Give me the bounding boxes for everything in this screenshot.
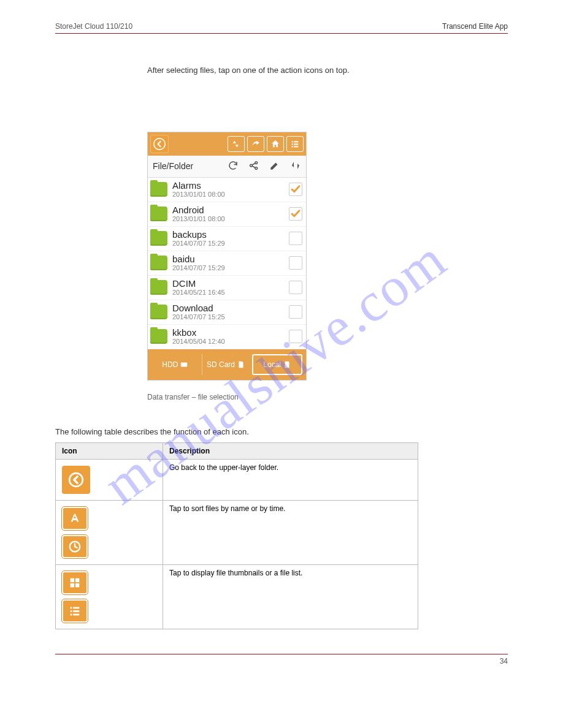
svg-rect-14	[71, 578, 74, 582]
svg-rect-4	[294, 143, 298, 145]
back-icon[interactable]	[150, 135, 169, 153]
svg-rect-16	[71, 583, 74, 587]
checkbox[interactable]	[289, 281, 302, 294]
svg-point-0	[154, 138, 165, 149]
list-view-table-icon	[62, 599, 88, 623]
svg-rect-6	[294, 146, 298, 147]
grid-view-icon	[62, 571, 88, 594]
svg-rect-10	[181, 362, 188, 366]
file-date: 2014/07/07 15:25	[172, 313, 289, 320]
svg-rect-1	[292, 141, 293, 142]
svg-rect-20	[71, 610, 72, 612]
file-name: DCIM	[172, 279, 289, 289]
file-name: baidu	[172, 254, 289, 265]
header-rule	[55, 33, 508, 34]
tab-local-label: Local	[263, 360, 281, 369]
folder-icon	[150, 207, 167, 221]
file-name: Alarms	[172, 181, 289, 191]
th-desc: Description	[163, 443, 418, 460]
svg-rect-17	[75, 583, 79, 587]
file-date: 2014/07/07 15:29	[172, 264, 289, 271]
phone-bottom-tabs: HDD SD Card Local	[148, 349, 306, 380]
folder-icon	[150, 280, 167, 295]
file-row[interactable]: kkbox2014/05/04 12:40	[148, 325, 306, 349]
checkbox[interactable]	[289, 330, 302, 343]
refresh-icon[interactable]	[223, 160, 243, 173]
row2-desc: Tap to sort files by name or by time.	[163, 501, 418, 565]
folder-icon	[150, 231, 167, 246]
file-row[interactable]: DCIM2014/05/21 16:45	[148, 276, 306, 300]
file-date: 2014/05/04 12:40	[172, 338, 289, 345]
tab-hdd[interactable]: HDD	[151, 354, 199, 375]
row3-desc: Tap to display file thumbnails or a file…	[163, 565, 418, 629]
folder-icon	[150, 329, 167, 344]
svg-rect-22	[71, 614, 72, 616]
svg-rect-19	[73, 607, 79, 609]
home-icon[interactable]	[267, 136, 284, 152]
checkbox[interactable]	[289, 232, 302, 245]
screenshot-caption: Data transfer – file selection	[147, 393, 508, 401]
file-name: backups	[172, 230, 289, 240]
file-date: 2014/05/21 16:45	[172, 289, 289, 296]
file-row[interactable]: Alarms2013/01/01 08:00	[148, 178, 306, 202]
file-date: 2013/01/01 08:00	[172, 215, 289, 222]
file-date: 2013/01/01 08:00	[172, 191, 289, 198]
subbar-label: File/Folder	[148, 161, 223, 171]
svg-rect-21	[73, 610, 79, 612]
sort-icon[interactable]	[228, 136, 245, 152]
section-name: Transcend Elite App	[442, 22, 508, 31]
phone-screenshot: File/Folder Alarms2013/01/01 08:00Androi…	[147, 132, 307, 381]
svg-point-12	[69, 473, 83, 487]
transfer-icon[interactable]	[285, 160, 306, 173]
file-row[interactable]: Download2014/07/07 15:25	[148, 300, 306, 325]
checkbox[interactable]	[289, 256, 302, 270]
tab-hdd-label: HDD	[162, 360, 178, 369]
doc-title: StoreJet Cloud 110/210	[55, 22, 132, 31]
tab-sd-label: SD Card	[207, 360, 235, 369]
svg-rect-2	[294, 141, 298, 142]
file-name: Android	[172, 205, 289, 216]
icon-table: Icon Description Go back to the upper-la…	[55, 442, 418, 629]
page-number: 34	[500, 657, 508, 665]
file-name: Download	[172, 303, 289, 314]
tab-sdcard[interactable]: SD Card	[202, 354, 250, 375]
phone-topbar	[148, 132, 306, 156]
svg-rect-5	[292, 146, 293, 147]
back-circle-icon	[62, 466, 90, 494]
file-row[interactable]: Android2013/01/01 08:00	[148, 202, 306, 227]
svg-rect-11	[285, 361, 289, 368]
list-view-icon[interactable]	[286, 136, 304, 152]
file-name: kkbox	[172, 328, 289, 338]
sort-time-icon	[62, 535, 88, 558]
tab-local[interactable]: Local	[252, 354, 302, 375]
phone-subbar: File/Folder	[148, 156, 306, 178]
sort-alpha-icon	[62, 507, 88, 530]
folder-icon	[150, 305, 167, 319]
th-icon: Icon	[56, 443, 163, 460]
checkbox[interactable]	[289, 183, 302, 196]
file-row[interactable]: backups2014/07/07 15:29	[148, 227, 306, 251]
file-date: 2014/07/07 15:29	[172, 240, 289, 247]
folder-icon	[150, 182, 167, 197]
svg-rect-3	[292, 143, 293, 145]
intro-text: After selecting files, tap on one of the…	[147, 64, 508, 77]
row1-desc: Go back to the upper-layer folder.	[163, 460, 418, 501]
folder-icon	[150, 256, 167, 270]
table-intro: The following table describes the functi…	[55, 426, 508, 438]
checkbox[interactable]	[289, 305, 302, 319]
checkbox[interactable]	[289, 207, 302, 221]
svg-rect-15	[75, 578, 79, 582]
share-arrow-icon[interactable]	[247, 136, 264, 152]
share-icon[interactable]	[243, 160, 264, 173]
svg-rect-23	[73, 614, 79, 616]
edit-icon[interactable]	[264, 160, 285, 173]
svg-rect-18	[71, 607, 72, 609]
file-row[interactable]: baidu2014/07/07 15:29	[148, 251, 306, 276]
